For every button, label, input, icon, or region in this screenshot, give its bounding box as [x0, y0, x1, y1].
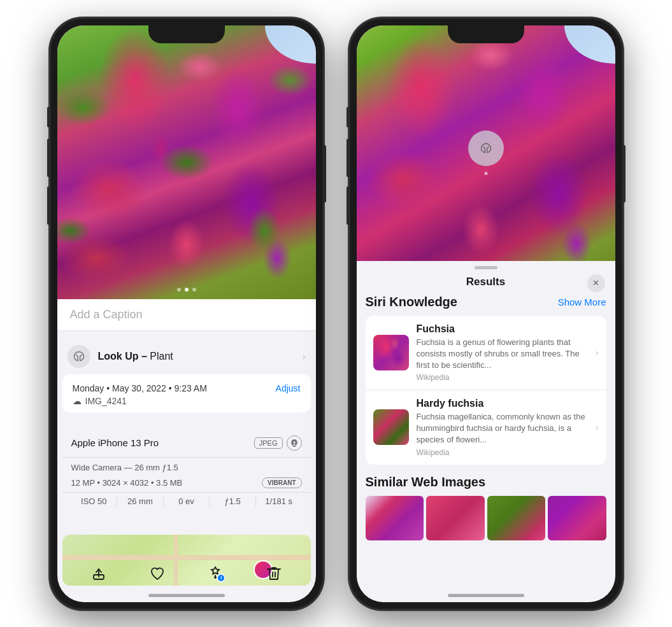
share-button[interactable] — [87, 562, 110, 585]
dot-3 — [192, 288, 196, 292]
phone-screen-left: Add a Caption Look Up – Plant › Monday •… — [57, 25, 316, 602]
similar-images-grid — [366, 496, 606, 540]
notch-right — [448, 25, 524, 43]
ev-stat: 0 ev — [164, 497, 210, 506]
similar-image-2[interactable] — [426, 496, 485, 540]
volume-down-button — [47, 187, 50, 225]
hardy-source: Wikipedia — [417, 448, 585, 457]
mute-button — [47, 107, 50, 127]
iso-stat: ISO 50 — [71, 497, 117, 506]
info-button[interactable]: i — [204, 562, 227, 585]
left-phone: Add a Caption Look Up – Plant › Monday •… — [50, 18, 324, 610]
results-panel: Results ✕ Siri Knowledge Show More — [357, 261, 615, 602]
info-badge: i — [217, 574, 225, 582]
fuchsia-thumbnail — [373, 335, 409, 370]
hardy-chevron: › — [596, 422, 599, 432]
info-badge-letter: i — [220, 575, 222, 581]
results-content: Siri Knowledge Show More Fuchsia Fuchsia… — [357, 295, 615, 598]
fuchsia-source: Wikipedia — [417, 373, 585, 382]
camera-info-card: Apple iPhone 13 Pro JPEG Wide Camera — 2… — [62, 429, 311, 513]
close-button[interactable]: ✕ — [587, 274, 605, 292]
similar-title: Similar Web Images — [366, 475, 606, 490]
aperture-stat: ƒ1.5 — [210, 497, 255, 506]
like-button[interactable] — [146, 562, 169, 585]
dot-1 — [177, 288, 181, 292]
knowledge-item-hardy[interactable]: Hardy fuchsia Fuchsia magellanica, commo… — [366, 390, 606, 465]
photo-right — [357, 25, 615, 274]
lookup-section[interactable]: Look Up – Plant › — [57, 337, 316, 376]
drag-handle[interactable] — [475, 266, 497, 269]
filename-row: ☁ IMG_4241 — [73, 396, 301, 406]
focal-stat: 26 mm — [117, 497, 163, 506]
camera-tech-row: 12 MP • 3024 × 4032 • 3.5 MB VIBRANT — [62, 475, 311, 492]
show-more-button[interactable]: Show More — [558, 297, 606, 307]
siri-knowledge-header: Siri Knowledge Show More — [366, 295, 606, 309]
volume-up-button — [47, 139, 50, 177]
vibrant-badge: VIBRANT — [262, 477, 301, 488]
siri-knowledge-title: Siri Knowledge — [366, 295, 457, 309]
camera-badges: JPEG — [254, 435, 302, 451]
lens-label: Wide Camera — 26 mm ƒ1.5 — [71, 463, 178, 472]
shutter-stat: 1/181 s — [256, 497, 302, 506]
volume-down-button-right — [347, 187, 349, 225]
mp-label: 12 MP • 3024 × 4032 • 3.5 MB — [71, 478, 183, 488]
lookup-subject: Plant — [150, 351, 173, 362]
lookup-icon — [68, 345, 90, 368]
fuchsia-thumbnail-img — [373, 335, 409, 370]
fuchsia-name: Fuchsia — [417, 323, 585, 335]
volume-up-button-right — [347, 139, 349, 177]
date-row: Monday • May 30, 2022 • 9:23 AM Adjust — [73, 383, 301, 393]
svg-point-0 — [292, 440, 296, 444]
flower-photo-left — [57, 25, 316, 299]
power-button — [324, 145, 326, 202]
right-phone: Results ✕ Siri Knowledge Show More — [349, 18, 623, 610]
camera-model: Apple iPhone 13 Pro — [71, 437, 159, 448]
mute-button-right — [347, 107, 349, 127]
notch-left — [148, 25, 225, 43]
photo-info-section: Monday • May 30, 2022 • 9:23 AM Adjust ☁… — [62, 374, 311, 412]
caption-area[interactable]: Add a Caption — [57, 299, 316, 331]
home-indicator-right — [448, 594, 524, 597]
camera-header: Apple iPhone 13 Pro JPEG — [62, 429, 311, 458]
photo-toolbar: i — [57, 558, 316, 589]
leaves-overlay-left — [57, 25, 316, 299]
delete-button[interactable] — [262, 562, 285, 585]
cloud-icon: ☁ — [73, 396, 82, 406]
caption-placeholder: Add a Caption — [70, 308, 143, 321]
fuchsia-desc: Fuchsia is a genus of flowering plants t… — [417, 337, 585, 372]
hardy-thumbnail — [373, 409, 409, 445]
photo-pagination — [177, 288, 196, 292]
photo-date: Monday • May 30, 2022 • 9:23 AM — [73, 383, 207, 393]
hardy-thumbnail-img — [373, 409, 409, 445]
siri-leaf-icon — [480, 142, 492, 155]
lookup-bold: Look Up – — [98, 351, 150, 362]
dot-2 — [185, 288, 189, 292]
photo-left[interactable] — [57, 25, 316, 299]
hardy-desc: Fuchsia magellanica, commonly known as t… — [417, 411, 585, 446]
similar-image-4[interactable] — [548, 496, 606, 540]
similar-image-1[interactable] — [366, 496, 424, 540]
adjust-button[interactable]: Adjust — [276, 383, 301, 393]
lookup-text: Look Up – Plant — [98, 351, 173, 362]
similar-image-3[interactable] — [487, 496, 546, 540]
similar-section: Similar Web Images — [366, 475, 606, 540]
home-indicator-left — [148, 594, 225, 597]
knowledge-card: Fuchsia Fuchsia is a genus of flowering … — [366, 316, 606, 465]
jpeg-badge: JPEG — [254, 437, 283, 449]
power-button-right — [623, 145, 626, 202]
hardy-name: Hardy fuchsia — [417, 398, 585, 409]
hardy-info: Hardy fuchsia Fuchsia magellanica, commo… — [417, 398, 585, 457]
fuchsia-chevron: › — [596, 348, 599, 358]
lookup-chevron: › — [303, 351, 306, 362]
knowledge-item-fuchsia[interactable]: Fuchsia Fuchsia is a genus of flowering … — [366, 316, 606, 391]
results-title: Results — [466, 276, 505, 288]
close-icon: ✕ — [592, 278, 599, 288]
filename: IMG_4241 — [85, 396, 127, 406]
siri-dot — [484, 172, 487, 175]
siri-lookup-button[interactable] — [468, 130, 504, 166]
camera-lens-info: Wide Camera — 26 mm ƒ1.5 — [62, 458, 311, 475]
fuchsia-info: Fuchsia Fuchsia is a genus of flowering … — [417, 323, 585, 383]
camera-stats-row: ISO 50 26 mm 0 ev ƒ1.5 1/181 s — [62, 492, 311, 513]
leaf-icon — [73, 350, 85, 363]
phone-screen-right: Results ✕ Siri Knowledge Show More — [357, 25, 615, 602]
